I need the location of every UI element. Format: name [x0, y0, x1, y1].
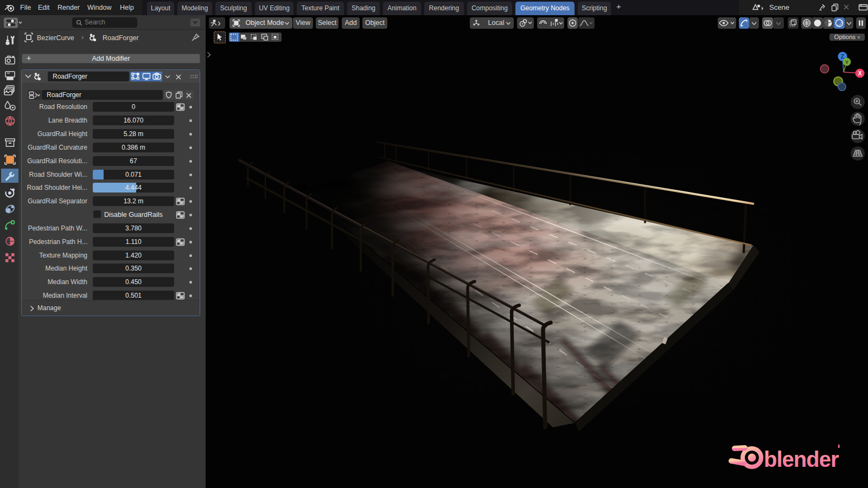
svg-text:Z: Z [841, 53, 845, 60]
svg-text:X: X [858, 70, 861, 76]
svg-text:blender: blender [764, 447, 839, 471]
svg-text:Y: Y [845, 59, 849, 65]
